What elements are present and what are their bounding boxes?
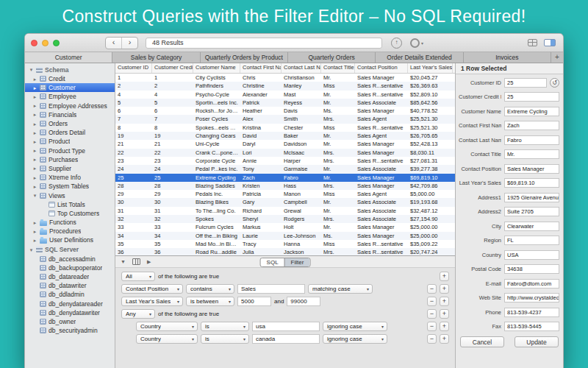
sidebar-item-employee[interactable]: ▸Employee (25, 92, 115, 101)
table-row[interactable]: 2525Extreme CyclingZachFabroMr.Sales Man… (115, 174, 455, 182)
disclosure-icon[interactable]: ▸ (32, 130, 37, 135)
sidebar-item-user-definitions[interactable]: ▸User Definitions (25, 236, 115, 244)
sidebar-item-supplier[interactable]: ▸Supplier (25, 164, 115, 173)
tab-sales-by-category[interactable]: Sales by Category (112, 52, 200, 63)
sidebar-item-db-accessadmin[interactable]: db_accessadmin (25, 255, 115, 263)
disclosure-icon[interactable]: ▾ (29, 247, 34, 252)
disclosure-icon[interactable]: ▸ (32, 238, 37, 243)
sidebar-item-orders[interactable]: ▸Orders (25, 119, 115, 128)
results-field[interactable]: 48 Results (146, 38, 382, 49)
field-value-input[interactable]: 25 (504, 78, 547, 88)
table-row[interactable]: 3535Mad Mo...in BikesTracyHannaMissSales… (115, 240, 455, 248)
tab-order-details-extended[interactable]: Order Details Extended (376, 52, 463, 63)
tab-invoices[interactable]: Invoices (464, 52, 551, 63)
disclosure-icon[interactable]: ▸ (32, 175, 37, 180)
disclosure-icon[interactable]: ▸ (32, 94, 37, 99)
column-header-last-year-s-sales[interactable]: Last Year's Sales (408, 63, 453, 73)
cancel-button[interactable]: Cancel (460, 336, 504, 347)
table-row[interactable]: 66Rocksh...for JocksHeatherDavisMs.Sales… (115, 107, 455, 115)
disclosure-icon[interactable]: ▸ (32, 220, 37, 225)
operator-dropdown[interactable]: is between▾ (186, 297, 234, 306)
add-tab-button[interactable]: + (551, 52, 563, 63)
table-row[interactable]: 2929Pedals Inc.PatriciaManonMissSales Ag… (115, 190, 455, 198)
sidebar-item-customer[interactable]: ▸Customer (25, 83, 115, 92)
table-row[interactable]: 55Sportin...eels Inc.PatrickReyessMr.Sal… (115, 99, 455, 107)
add-condition-button[interactable]: + (440, 309, 449, 319)
sidebar-item-system-tables[interactable]: ▸System Tables (25, 182, 115, 191)
table-row[interactable]: 3434Off the...in BikingLaurieLee-Johnson… (115, 232, 455, 240)
field-value-input[interactable]: 34638 (504, 264, 559, 274)
sidebar-item-functions[interactable]: ▸Functions (25, 218, 115, 227)
table-row[interactable]: 88Spokes...eels Ltd.KristinaChesterMissS… (115, 124, 455, 132)
combinator-dropdown[interactable]: Any▾ (121, 309, 155, 319)
tab-customer[interactable]: Customer (25, 52, 112, 63)
sidebar-item-db-datawriter[interactable]: db_datawriter (25, 281, 115, 290)
field-value-input[interactable]: $69,819.10 (504, 178, 559, 188)
disclosure-icon[interactable]: ▸ (32, 157, 37, 162)
remove-condition-button[interactable]: − (427, 309, 437, 319)
case-modifier-dropdown[interactable]: matching case▾ (308, 284, 373, 294)
table-row[interactable]: 1919Changing GearsDavidBakerMr.Sales Age… (115, 132, 455, 140)
forward-button[interactable] (122, 38, 137, 49)
columns-icon[interactable] (132, 258, 140, 265)
segment-sql[interactable]: SQL (261, 258, 284, 266)
close-button[interactable] (31, 40, 37, 46)
field-value-input[interactable]: Fabro (504, 135, 559, 145)
disclosure-icon[interactable]: ▸ (32, 148, 37, 153)
sidebar-item-employee-addresses[interactable]: ▸Employee Addresses (25, 102, 115, 110)
sidebar-item-views[interactable]: ▾Views (25, 191, 115, 199)
disclosure-icon[interactable]: ▸ (32, 112, 37, 117)
update-button[interactable]: Update (514, 336, 559, 347)
column-header-customer-name[interactable]: Customer Name (193, 63, 240, 73)
table-row[interactable]: 3232SpokesSherylRodgersMrs.Sales Associa… (115, 215, 455, 223)
sidebar-item-db-ddladmin[interactable]: db_ddladmin (25, 290, 115, 299)
column-header-customer-id[interactable]: Customer ID (115, 63, 152, 73)
field-value-input[interactable]: Zach (504, 121, 559, 130)
sidebar-item-db-owner[interactable]: db_owner (25, 317, 115, 326)
value-input[interactable]: 5000 (237, 297, 271, 306)
disclosure-icon[interactable]: ▾ (29, 67, 34, 72)
field-value-input[interactable]: 1925 Glenaire Avenue (504, 193, 559, 202)
add-condition-button[interactable]: + (440, 297, 449, 306)
run-query-icon[interactable] (147, 259, 151, 265)
sidebar-item-list-totals[interactable]: List Totals (25, 200, 115, 209)
sidebar-section-sql-server[interactable]: ▾SQL Server (25, 245, 115, 255)
tab-quarterly-orders-by-product[interactable]: Quarterly Orders by Product (201, 52, 288, 63)
revert-value-icon[interactable]: ↺ (550, 78, 559, 88)
field-value-input[interactable]: Extreme Cycling (504, 107, 559, 116)
field-value-input[interactable]: Mr. (504, 149, 559, 159)
operator-dropdown[interactable]: is▾ (201, 322, 249, 331)
column-header-contact-first-na[interactable]: Contact First Na... (240, 63, 282, 73)
sidebar-item-product[interactable]: ▸Product (25, 137, 115, 146)
field-value-input[interactable]: USA (504, 250, 559, 260)
sidebar-item-db-denydatareader[interactable]: db_denydatareader (25, 300, 115, 308)
field-dropdown[interactable]: Last Year's Sales▾ (121, 297, 183, 306)
add-condition-button[interactable]: + (440, 272, 449, 281)
value-input[interactable]: Sales (237, 284, 305, 294)
table-row[interactable]: 3636Road Ru...addlieJuliaJacksonMrs.Sale… (115, 248, 455, 255)
disclosure-icon[interactable]: ▾ (32, 193, 37, 198)
sidebar-item-db-denydatawriter[interactable]: db_denydatawriter (25, 308, 115, 317)
field-dropdown[interactable]: Country▾ (136, 334, 198, 344)
value2-input[interactable]: 99000 (287, 297, 320, 306)
sidebar-item-procedures[interactable]: ▸Procedures (25, 227, 115, 236)
table-row[interactable]: 3131To The...ling Co.RichardGrewalMr.Sal… (115, 207, 455, 215)
zoom-button[interactable] (53, 40, 60, 46)
field-dropdown[interactable]: Contact Position▾ (121, 284, 183, 294)
segment-filter[interactable]: Filter (284, 258, 310, 266)
disclosure-icon[interactable]: ▸ (32, 85, 37, 91)
sidebar-item-db-securityadmin[interactable]: db_securityadmin (25, 326, 115, 335)
remove-condition-button[interactable]: − (427, 284, 437, 294)
combinator-dropdown[interactable]: All▾ (121, 272, 155, 281)
disclosure-icon[interactable]: ▸ (32, 103, 37, 108)
sidebar-item-financials[interactable]: ▸Financials (25, 110, 115, 119)
remove-condition-button[interactable]: − (427, 297, 437, 306)
remove-condition-button[interactable]: − (427, 322, 437, 331)
column-header-contact-title[interactable]: Contact Title (321, 63, 355, 73)
table-row[interactable]: 2424Pedal P...kes Inc.TonyGarmaiseMr.Sal… (115, 165, 455, 173)
add-condition-button[interactable]: + (440, 284, 449, 294)
column-header-contact-last-na[interactable]: Contact Last Na... (282, 63, 321, 73)
sidebar-item-credit[interactable]: ▸Credit (25, 74, 115, 83)
field-value-input[interactable]: 25 (504, 92, 559, 102)
minimize-button[interactable] (42, 40, 49, 46)
